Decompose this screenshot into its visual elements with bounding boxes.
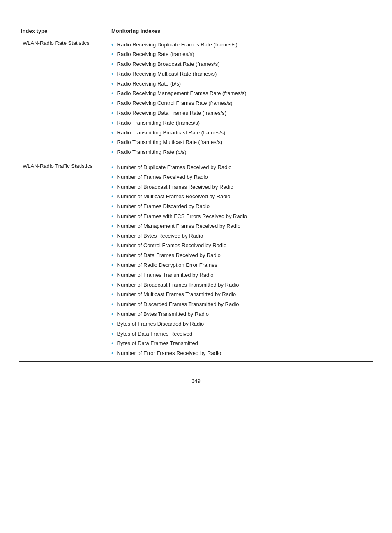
list-item-text: Number of Frames Received by Radio: [117, 173, 208, 181]
list-item-text: Number of Radio Decryption Error Frames: [117, 261, 217, 269]
col2-header: Monitoring indexes: [110, 25, 373, 37]
bullet-icon: •: [111, 183, 114, 192]
bullet-icon: •: [111, 119, 114, 127]
list-item: •Number of Bytes Transmitted by Radio: [111, 310, 369, 320]
list-item-text: Number of Bytes Transmitted by Radio: [117, 310, 209, 318]
list-item-text: Radio Transmitting Rate (frames/s): [117, 119, 200, 127]
list-item-text: Radio Transmitting Multicast Rate (frame…: [117, 138, 222, 146]
list-item: •Number of Data Frames Received by Radio: [111, 251, 369, 261]
list-item: •Number of Management Frames Received by…: [111, 221, 369, 231]
main-table: Index type Monitoring indexes WLAN-Radio…: [19, 25, 373, 362]
list-item: •Number of Multicast Frames Transmitted …: [111, 290, 369, 300]
list-item: •Number of Frames Discarded by Radio: [111, 202, 369, 212]
table-row: WLAN-Radio Rate Statistics•Radio Receivi…: [19, 37, 373, 160]
bullet-icon: •: [111, 300, 114, 309]
bullet-icon: •: [111, 310, 114, 319]
list-item-text: Number of Data Frames Received by Radio: [117, 251, 221, 260]
bullet-icon: •: [111, 281, 114, 290]
bullet-icon: •: [111, 349, 114, 358]
monitor-list: •Number of Duplicate Frames Received by …: [111, 163, 369, 359]
list-item-text: Radio Transmitting Rate (b/s): [117, 148, 187, 156]
bullet-icon: •: [111, 232, 114, 241]
list-item-text: Radio Receiving Rate (frames/s): [117, 50, 194, 58]
bullet-icon: •: [111, 41, 114, 49]
bullet-icon: •: [111, 138, 114, 147]
page-container: Index type Monitoring indexes WLAN-Radio…: [19, 25, 373, 384]
list-item: •Radio Receiving Broadcast Rate (frames/…: [111, 60, 369, 70]
bullet-icon: •: [111, 148, 114, 157]
bullet-icon: •: [111, 320, 114, 329]
monitor-list: •Radio Receiving Duplicate Frames Rate (…: [111, 40, 369, 158]
bullet-icon: •: [111, 89, 114, 98]
bullet-icon: •: [111, 290, 114, 299]
list-item: •Number of Error Frames Received by Radi…: [111, 349, 369, 359]
bullet-icon: •: [111, 212, 114, 221]
list-item: •Radio Receiving Rate (frames/s): [111, 50, 369, 60]
list-item-text: Radio Receiving Rate (b/s): [117, 80, 181, 88]
bullet-icon: •: [111, 330, 114, 338]
list-item-text: Radio Receiving Control Frames Rate (fra…: [117, 99, 233, 107]
list-item-text: Number of Broadcast Frames Transmitted b…: [117, 281, 239, 289]
bullet-icon: •: [111, 222, 114, 231]
list-item: •Number of Broadcast Frames Transmitted …: [111, 280, 369, 290]
bullet-icon: •: [111, 129, 114, 137]
monitoring-indexes-cell: •Number of Duplicate Frames Received by …: [110, 160, 373, 361]
list-item-text: Number of Bytes Received by Radio: [117, 232, 203, 240]
bullet-icon: •: [111, 50, 114, 59]
list-item-text: Radio Receiving Data Frames Rate (frames…: [117, 109, 227, 117]
bullet-icon: •: [111, 261, 114, 270]
list-item-text: Bytes of Data Frames Transmitted: [117, 339, 198, 348]
list-item: •Number of Frames with FCS Errors Receiv…: [111, 212, 369, 222]
list-item: •Number of Discarded Frames Transmitted …: [111, 300, 369, 310]
bullet-icon: •: [111, 339, 114, 348]
bullet-icon: •: [111, 202, 114, 211]
monitoring-indexes-cell: •Radio Receiving Duplicate Frames Rate (…: [110, 37, 373, 160]
list-item: •Number of Bytes Received by Radio: [111, 231, 369, 241]
list-item: •Radio Receiving Duplicate Frames Rate (…: [111, 40, 369, 50]
list-item: •Number of Broadcast Frames Received by …: [111, 182, 369, 192]
list-item-text: Radio Transmitting Broadcast Rate (frame…: [117, 129, 226, 137]
bullet-icon: •: [111, 241, 114, 250]
index-type-cell: WLAN-Radio Traffic Statistics: [19, 160, 110, 361]
list-item-text: Radio Receiving Broadcast Rate (frames/s…: [117, 60, 220, 68]
list-item-text: Number of Multicast Frames Received by R…: [117, 192, 231, 201]
list-item: •Bytes of Data Frames Received: [111, 329, 369, 339]
list-item-text: Number of Duplicate Frames Received by R…: [117, 163, 232, 171]
bullet-icon: •: [111, 60, 114, 69]
list-item-text: Number of Management Frames Received by …: [117, 222, 241, 230]
list-item: •Number of Control Frames Received by Ra…: [111, 241, 369, 251]
list-item: •Radio Receiving Management Frames Rate …: [111, 89, 369, 99]
bullet-icon: •: [111, 80, 114, 88]
list-item-text: Number of Error Frames Received by Radio: [117, 349, 221, 357]
list-item-text: Number of Multicast Frames Transmitted b…: [117, 290, 236, 299]
bullet-icon: •: [111, 192, 114, 201]
list-item: •Bytes of Data Frames Transmitted: [111, 339, 369, 349]
list-item: •Number of Frames Received by Radio: [111, 172, 369, 182]
list-item: •Radio Receiving Control Frames Rate (fr…: [111, 99, 369, 109]
list-item-text: Number of Control Frames Received by Rad…: [117, 241, 227, 250]
list-item-text: Radio Receiving Duplicate Frames Rate (f…: [117, 41, 238, 49]
list-item: •Radio Receiving Rate (b/s): [111, 79, 369, 89]
page-number: 349: [19, 378, 373, 384]
list-item: •Radio Transmitting Broadcast Rate (fram…: [111, 128, 369, 138]
list-item-text: Bytes of Frames Discarded by Radio: [117, 320, 204, 328]
list-item: •Number of Multicast Frames Received by …: [111, 192, 369, 202]
bullet-icon: •: [111, 99, 114, 108]
list-item: •Radio Transmitting Rate (b/s): [111, 148, 369, 158]
col1-header: Index type: [19, 25, 110, 37]
list-item-text: Number of Broadcast Frames Received by R…: [117, 183, 233, 191]
table-row: WLAN-Radio Traffic Statistics•Number of …: [19, 160, 373, 361]
bullet-icon: •: [111, 70, 114, 79]
list-item-text: Radio Receiving Management Frames Rate (…: [117, 89, 247, 97]
list-item: •Radio Receiving Data Frames Rate (frame…: [111, 109, 369, 118]
list-item-text: Number of Frames with FCS Errors Receive…: [117, 212, 247, 220]
bullet-icon: •: [111, 163, 114, 172]
list-item: •Number of Radio Decryption Error Frames: [111, 261, 369, 271]
index-type-cell: WLAN-Radio Rate Statistics: [19, 37, 110, 160]
bullet-icon: •: [111, 271, 114, 280]
bullet-icon: •: [111, 109, 114, 118]
list-item-text: Number of Frames Transmitted by Radio: [117, 271, 214, 279]
list-item: •Bytes of Frames Discarded by Radio: [111, 319, 369, 329]
list-item-text: Bytes of Data Frames Received: [117, 330, 193, 338]
list-item: •Radio Transmitting Multicast Rate (fram…: [111, 138, 369, 148]
